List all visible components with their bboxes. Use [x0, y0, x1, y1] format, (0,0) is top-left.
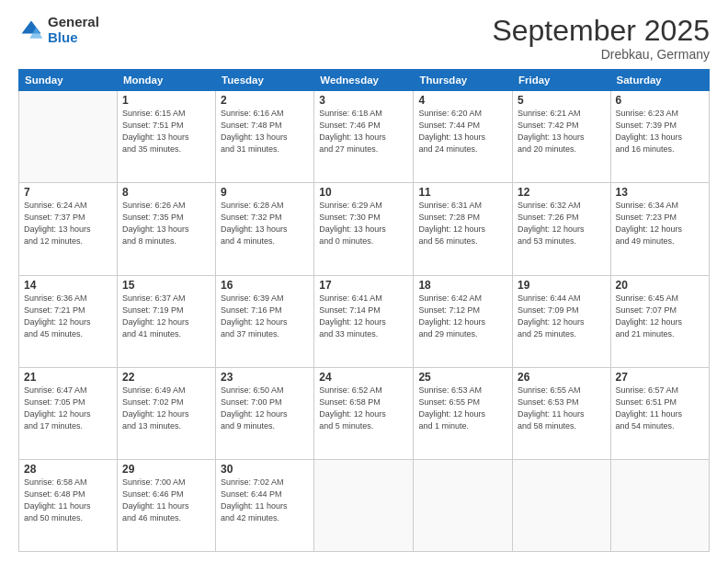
- day-info: Sunrise: 6:49 AMSunset: 7:02 PMDaylight:…: [122, 385, 210, 432]
- calendar-cell: 16Sunrise: 6:39 AMSunset: 7:16 PMDayligh…: [216, 275, 314, 367]
- calendar-cell: 1Sunrise: 6:15 AMSunset: 7:51 PMDaylight…: [117, 91, 215, 183]
- title-block: September 2025 Drebkau, Germany: [492, 15, 710, 62]
- day-number: 3: [319, 94, 408, 107]
- weekday-header-thursday: Thursday: [414, 70, 513, 91]
- day-number: 18: [418, 279, 507, 292]
- header: General Blue September 2025 Drebkau, Ger…: [18, 15, 710, 62]
- calendar-week-row: 21Sunrise: 6:47 AMSunset: 7:05 PMDayligh…: [19, 367, 710, 459]
- day-info: Sunrise: 6:34 AMSunset: 7:23 PMDaylight:…: [616, 200, 704, 247]
- day-number: 15: [122, 279, 210, 292]
- calendar-week-row: 28Sunrise: 6:58 AMSunset: 6:48 PMDayligh…: [19, 459, 710, 551]
- weekday-header-tuesday: Tuesday: [216, 70, 314, 91]
- day-number: 24: [319, 371, 408, 384]
- calendar-cell: 11Sunrise: 6:31 AMSunset: 7:28 PMDayligh…: [414, 183, 513, 275]
- day-number: 13: [616, 186, 704, 199]
- day-number: 21: [24, 371, 112, 384]
- day-info: Sunrise: 6:28 AMSunset: 7:32 PMDaylight:…: [221, 200, 309, 247]
- weekday-header-row: SundayMondayTuesdayWednesdayThursdayFrid…: [19, 70, 710, 91]
- calendar-cell: 9Sunrise: 6:28 AMSunset: 7:32 PMDaylight…: [216, 183, 314, 275]
- page: General Blue September 2025 Drebkau, Ger…: [0, 0, 728, 563]
- day-number: 27: [616, 371, 704, 384]
- weekday-header-saturday: Saturday: [610, 70, 709, 91]
- day-number: 7: [24, 186, 112, 199]
- calendar-cell: 20Sunrise: 6:45 AMSunset: 7:07 PMDayligh…: [610, 275, 709, 367]
- day-info: Sunrise: 6:16 AMSunset: 7:48 PMDaylight:…: [221, 108, 309, 155]
- logo-general-text: General: [48, 15, 99, 30]
- calendar-cell: 5Sunrise: 6:21 AMSunset: 7:42 PMDaylight…: [512, 91, 610, 183]
- day-number: 1: [122, 94, 210, 107]
- calendar-cell: 19Sunrise: 6:44 AMSunset: 7:09 PMDayligh…: [512, 275, 610, 367]
- day-number: 25: [418, 371, 507, 384]
- day-number: 14: [24, 279, 112, 292]
- day-info: Sunrise: 6:45 AMSunset: 7:07 PMDaylight:…: [616, 293, 704, 340]
- day-info: Sunrise: 6:26 AMSunset: 7:35 PMDaylight:…: [122, 200, 210, 247]
- calendar-week-row: 7Sunrise: 6:24 AMSunset: 7:37 PMDaylight…: [19, 183, 710, 275]
- day-info: Sunrise: 6:20 AMSunset: 7:44 PMDaylight:…: [418, 108, 507, 155]
- day-number: 4: [418, 94, 507, 107]
- calendar-table: SundayMondayTuesdayWednesdayThursdayFrid…: [18, 69, 710, 552]
- calendar-cell: [414, 459, 513, 551]
- logo-text: General Blue: [48, 15, 99, 45]
- day-number: 11: [418, 186, 507, 199]
- day-info: Sunrise: 6:32 AMSunset: 7:26 PMDaylight:…: [518, 200, 606, 247]
- day-number: 30: [221, 463, 309, 476]
- day-info: Sunrise: 6:58 AMSunset: 6:48 PMDaylight:…: [24, 477, 112, 524]
- day-info: Sunrise: 6:36 AMSunset: 7:21 PMDaylight:…: [24, 293, 112, 340]
- day-info: Sunrise: 6:55 AMSunset: 6:53 PMDaylight:…: [518, 385, 606, 432]
- calendar-cell: 28Sunrise: 6:58 AMSunset: 6:48 PMDayligh…: [19, 459, 118, 551]
- calendar-cell: 15Sunrise: 6:37 AMSunset: 7:19 PMDayligh…: [117, 275, 215, 367]
- calendar-cell: 24Sunrise: 6:52 AMSunset: 6:58 PMDayligh…: [314, 367, 414, 459]
- weekday-header-wednesday: Wednesday: [314, 70, 414, 91]
- day-number: 6: [616, 94, 704, 107]
- calendar-cell: [19, 91, 118, 183]
- calendar-week-row: 1Sunrise: 6:15 AMSunset: 7:51 PMDaylight…: [19, 91, 710, 183]
- day-number: 9: [221, 186, 309, 199]
- calendar-cell: 27Sunrise: 6:57 AMSunset: 6:51 PMDayligh…: [610, 367, 709, 459]
- day-number: 20: [616, 279, 704, 292]
- day-info: Sunrise: 6:44 AMSunset: 7:09 PMDaylight:…: [518, 293, 606, 340]
- calendar-cell: 22Sunrise: 6:49 AMSunset: 7:02 PMDayligh…: [117, 367, 215, 459]
- calendar-cell: 8Sunrise: 6:26 AMSunset: 7:35 PMDaylight…: [117, 183, 215, 275]
- day-info: Sunrise: 6:39 AMSunset: 7:16 PMDaylight:…: [221, 293, 309, 340]
- day-info: Sunrise: 7:00 AMSunset: 6:46 PMDaylight:…: [122, 477, 210, 524]
- day-number: 29: [122, 463, 210, 476]
- day-info: Sunrise: 6:37 AMSunset: 7:19 PMDaylight:…: [122, 293, 210, 340]
- day-number: 2: [221, 94, 309, 107]
- day-number: 28: [24, 463, 112, 476]
- month-title: September 2025: [492, 15, 710, 47]
- day-info: Sunrise: 6:23 AMSunset: 7:39 PMDaylight:…: [616, 108, 704, 155]
- calendar-cell: 17Sunrise: 6:41 AMSunset: 7:14 PMDayligh…: [314, 275, 414, 367]
- day-info: Sunrise: 6:53 AMSunset: 6:55 PMDaylight:…: [418, 385, 507, 432]
- day-info: Sunrise: 6:52 AMSunset: 6:58 PMDaylight:…: [319, 385, 408, 432]
- day-info: Sunrise: 6:31 AMSunset: 7:28 PMDaylight:…: [418, 200, 507, 247]
- calendar-cell: [314, 459, 414, 551]
- calendar-cell: 10Sunrise: 6:29 AMSunset: 7:30 PMDayligh…: [314, 183, 414, 275]
- weekday-header-sunday: Sunday: [19, 70, 118, 91]
- day-number: 8: [122, 186, 210, 199]
- day-number: 19: [518, 279, 606, 292]
- day-info: Sunrise: 6:24 AMSunset: 7:37 PMDaylight:…: [24, 200, 112, 247]
- calendar-cell: 25Sunrise: 6:53 AMSunset: 6:55 PMDayligh…: [414, 367, 513, 459]
- calendar-cell: 30Sunrise: 7:02 AMSunset: 6:44 PMDayligh…: [216, 459, 314, 551]
- location-subtitle: Drebkau, Germany: [492, 47, 710, 62]
- day-info: Sunrise: 6:42 AMSunset: 7:12 PMDaylight:…: [418, 293, 507, 340]
- day-info: Sunrise: 6:29 AMSunset: 7:30 PMDaylight:…: [319, 200, 408, 247]
- calendar-cell: 13Sunrise: 6:34 AMSunset: 7:23 PMDayligh…: [610, 183, 709, 275]
- logo: General Blue: [18, 15, 99, 45]
- calendar-cell: 26Sunrise: 6:55 AMSunset: 6:53 PMDayligh…: [512, 367, 610, 459]
- calendar-cell: 3Sunrise: 6:18 AMSunset: 7:46 PMDaylight…: [314, 91, 414, 183]
- calendar-cell: 21Sunrise: 6:47 AMSunset: 7:05 PMDayligh…: [19, 367, 118, 459]
- day-number: 10: [319, 186, 408, 199]
- day-info: Sunrise: 6:50 AMSunset: 7:00 PMDaylight:…: [221, 385, 309, 432]
- day-info: Sunrise: 6:41 AMSunset: 7:14 PMDaylight:…: [319, 293, 408, 340]
- day-number: 22: [122, 371, 210, 384]
- calendar-cell: 2Sunrise: 6:16 AMSunset: 7:48 PMDaylight…: [216, 91, 314, 183]
- weekday-header-monday: Monday: [117, 70, 215, 91]
- calendar-cell: 4Sunrise: 6:20 AMSunset: 7:44 PMDaylight…: [414, 91, 513, 183]
- day-info: Sunrise: 6:57 AMSunset: 6:51 PMDaylight:…: [616, 385, 704, 432]
- calendar-cell: [512, 459, 610, 551]
- day-number: 26: [518, 371, 606, 384]
- calendar-week-row: 14Sunrise: 6:36 AMSunset: 7:21 PMDayligh…: [19, 275, 710, 367]
- calendar-cell: 6Sunrise: 6:23 AMSunset: 7:39 PMDaylight…: [610, 91, 709, 183]
- calendar-cell: 23Sunrise: 6:50 AMSunset: 7:00 PMDayligh…: [216, 367, 314, 459]
